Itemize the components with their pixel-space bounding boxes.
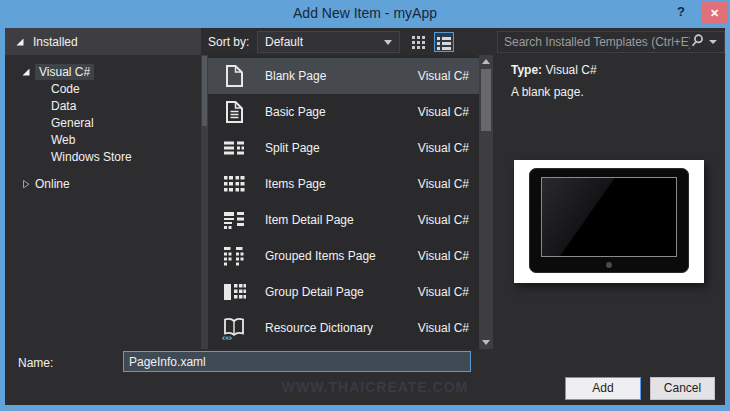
add-button[interactable]: Add	[565, 377, 641, 400]
chevron-down-icon	[384, 40, 392, 45]
help-button[interactable]: ?	[672, 4, 690, 24]
sidebar-scrollbar[interactable]	[201, 55, 208, 349]
title-bar[interactable]: Add New Item - myApp ? ✕	[0, 0, 730, 28]
template-name: Resource Dictionary	[265, 321, 418, 335]
template-description: A blank page.	[511, 85, 584, 99]
template-row-resource-dictionary[interactable]: Resource DictionaryVisual C#	[208, 310, 479, 346]
resource-dictionary-icon	[221, 315, 247, 341]
search-options-caret-icon[interactable]	[709, 40, 717, 44]
template-row-split-page[interactable]: Split PageVisual C#	[208, 130, 479, 166]
tree-child-web[interactable]: Web	[5, 132, 201, 149]
template-row-item-detail-page[interactable]: Item Detail PageVisual C#	[208, 202, 479, 238]
template-row-basic-page[interactable]: Basic PageVisual C#	[208, 94, 479, 130]
type-label: Type:	[511, 63, 542, 77]
template-name: Items Page	[265, 177, 418, 191]
tree-node-online[interactable]: Online	[5, 175, 201, 193]
item-detail-page-icon	[221, 207, 247, 233]
sort-by-label: Sort by:	[208, 35, 249, 49]
tree-node-label: Online	[35, 177, 70, 191]
tree-child-windows-store[interactable]: Windows Store	[5, 149, 201, 166]
add-new-item-dialog: Add New Item - myApp ? ✕ Installed Sort …	[0, 0, 730, 411]
cancel-button[interactable]: Cancel	[650, 377, 715, 400]
sidebar-scrollbar-thumb[interactable]	[202, 56, 207, 126]
details-panel: Type: Visual C# A blank page.	[493, 55, 725, 349]
template-row-items-page[interactable]: Items PageVisual C#	[208, 166, 479, 202]
list-view-icon	[436, 34, 452, 50]
tree-node-visual-c[interactable]: Visual C#	[5, 63, 201, 81]
collapsed-triangle-icon	[21, 179, 35, 189]
grid-view-button[interactable]	[409, 32, 429, 52]
template-list: Blank PageVisual C#Basic PageVisual C#Sp…	[208, 55, 479, 349]
template-name: Blank Page	[265, 69, 418, 83]
basic-page-icon	[221, 99, 247, 125]
search-input[interactable]	[498, 35, 690, 49]
dialog-body: Installed Sort by: Default	[5, 28, 725, 405]
template-name: Split Page	[265, 141, 418, 155]
template-language: Visual C#	[418, 213, 469, 227]
name-label: Name:	[18, 356, 53, 370]
grid-view-icon	[411, 34, 427, 50]
template-language: Visual C#	[418, 105, 469, 119]
tablet-screen	[541, 177, 677, 257]
window-title: Add New Item - myApp	[0, 5, 730, 21]
list-view-button-selected[interactable]	[434, 32, 454, 52]
category-tree: Visual C#CodeDataGeneralWebWindows Store…	[5, 55, 201, 349]
split-page-icon	[221, 135, 247, 161]
tree-child-code[interactable]: Code	[5, 81, 201, 98]
template-language: Visual C#	[418, 321, 469, 335]
template-language: Visual C#	[418, 285, 469, 299]
installed-section-header[interactable]: Installed	[5, 28, 201, 55]
template-name: Item Detail Page	[265, 213, 418, 227]
template-language: Visual C#	[418, 249, 469, 263]
template-language: Visual C#	[418, 69, 469, 83]
tree-child-data[interactable]: Data	[5, 98, 201, 115]
tree-child-general[interactable]: General	[5, 115, 201, 132]
installed-header-label: Installed	[33, 35, 78, 49]
sort-by-value: Default	[265, 35, 303, 49]
template-language: Visual C#	[418, 177, 469, 191]
template-name: Grouped Items Page	[265, 249, 418, 263]
tree-node-label: Visual C#	[35, 64, 94, 80]
template-language: Visual C#	[418, 141, 469, 155]
template-name: Basic Page	[265, 105, 418, 119]
template-list-scrollbar[interactable]	[479, 55, 493, 349]
template-type-row: Type: Visual C#	[511, 63, 597, 77]
tablet-home-button	[606, 262, 612, 268]
expanded-triangle-icon	[21, 67, 35, 77]
watermark-text: WWW.THAICREATE.COM	[275, 379, 475, 395]
template-preview	[514, 160, 704, 283]
type-value: Visual C#	[545, 63, 596, 77]
search-icon	[690, 33, 705, 51]
name-input[interactable]	[123, 351, 471, 372]
sort-by-dropdown[interactable]: Default	[257, 31, 400, 53]
template-scrollbar-thumb[interactable]	[481, 69, 491, 131]
expanded-triangle-icon	[15, 37, 25, 47]
grouped-items-page-icon	[221, 243, 247, 269]
template-row-group-detail-page[interactable]: Group Detail PageVisual C#	[208, 274, 479, 310]
items-page-icon	[221, 171, 247, 197]
template-name: Group Detail Page	[265, 285, 418, 299]
search-box[interactable]	[497, 31, 725, 53]
tree-spacer	[5, 166, 201, 175]
blank-page-icon	[221, 63, 247, 89]
close-button[interactable]: ✕	[701, 2, 728, 24]
tablet-device-image	[529, 168, 689, 273]
template-row-blank-page[interactable]: Blank PageVisual C#	[208, 58, 479, 94]
scroll-down-icon[interactable]	[482, 340, 490, 345]
group-detail-page-icon	[221, 279, 247, 305]
template-row-grouped-items-page[interactable]: Grouped Items PageVisual C#	[208, 238, 479, 274]
scroll-up-icon[interactable]	[482, 59, 490, 64]
